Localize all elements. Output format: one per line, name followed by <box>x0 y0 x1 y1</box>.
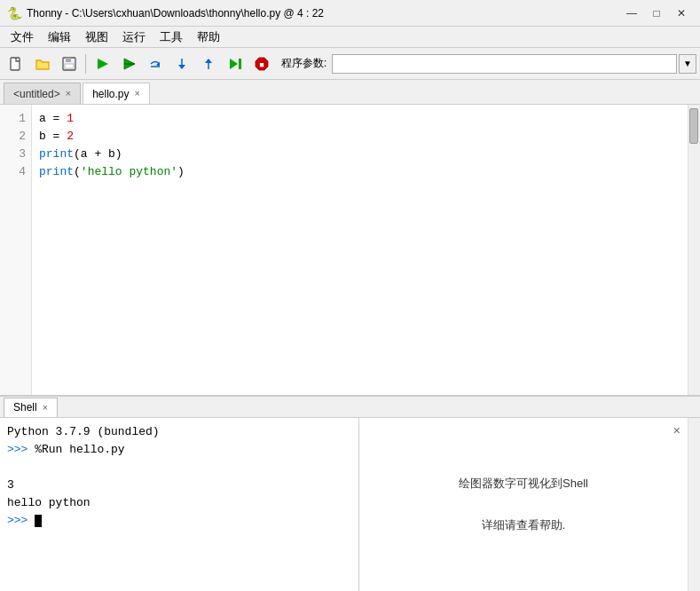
window-title: Thonny - C:\Users\cxhuan\Downloads\thonn… <box>27 7 620 20</box>
svg-marker-4 <box>98 59 108 69</box>
toolbar-separator-1 <box>85 54 86 74</box>
svg-text:■: ■ <box>259 60 263 69</box>
tab-hello-py-close[interactable]: × <box>135 89 140 98</box>
line-num-3: 3 <box>19 146 26 163</box>
tab-hello-py[interactable]: hello.py × <box>83 83 150 104</box>
run-button[interactable] <box>90 51 114 76</box>
shell-right-close[interactable]: × <box>673 423 680 437</box>
shell-line-3: 3 <box>7 477 351 494</box>
menu-tools[interactable]: 工具 <box>153 28 190 47</box>
line-numbers: 1 2 3 4 <box>0 105 32 395</box>
tab-shell[interactable]: Shell × <box>4 398 58 417</box>
scrollbar-thumb[interactable] <box>689 108 698 144</box>
line-num-4: 4 <box>19 163 26 181</box>
shell-content-area: Python 3.7.9 (bundled) >>> %Run hello.py… <box>0 418 700 591</box>
svg-rect-0 <box>11 58 20 70</box>
shell-line-info: Python 3.7.9 (bundled) <box>7 423 351 441</box>
title-bar: 🐍 Thonny - C:\Users\cxhuan\Downloads\tho… <box>0 0 700 27</box>
new-file-button[interactable] <box>4 51 28 76</box>
tab-hello-py-label: hello.py <box>92 88 129 100</box>
toolbar: ■ 程序参数: ▼ <box>0 48 700 80</box>
svg-rect-3 <box>65 64 74 68</box>
stop-button[interactable]: ■ <box>249 51 274 76</box>
shell-output[interactable]: Python 3.7.9 (bundled) >>> %Run hello.py… <box>0 418 359 591</box>
step-in-button[interactable] <box>169 51 194 76</box>
code-line-3: print(a + b) <box>39 146 680 163</box>
shell-area: Shell × Python 3.7.9 (bundled) >>> %Run … <box>0 396 700 591</box>
svg-rect-14 <box>239 59 241 69</box>
editor-scrollbar[interactable] <box>688 105 700 395</box>
svg-marker-12 <box>205 59 212 63</box>
shell-line-run: >>> %Run hello.py <box>7 441 351 459</box>
menu-help[interactable]: 帮助 <box>190 28 227 47</box>
code-content[interactable]: a = 1 b = 2 print(a + b) print('hello py… <box>32 105 688 395</box>
close-button[interactable]: ✕ <box>670 4 693 22</box>
menu-bar: 文件 编辑 视图 运行 工具 帮助 <box>0 27 700 48</box>
line-num-2: 2 <box>19 128 26 146</box>
step-out-button[interactable] <box>196 51 221 76</box>
line-num-1: 1 <box>19 110 26 128</box>
editor-tabs: <untitled> × hello.py × <box>0 80 700 105</box>
program-args-input[interactable] <box>332 54 677 74</box>
app-icon: 🐍 <box>7 6 21 20</box>
menu-view[interactable]: 视图 <box>78 28 115 47</box>
tab-untitled[interactable]: <untitled> × <box>4 83 81 104</box>
tab-untitled-close[interactable]: × <box>66 89 71 98</box>
svg-marker-10 <box>178 65 185 69</box>
svg-rect-2 <box>66 58 71 62</box>
save-file-button[interactable] <box>57 51 82 76</box>
maximize-button[interactable]: □ <box>645 4 668 22</box>
code-editor[interactable]: 1 2 3 4 a = 1 b = 2 print(a + b) print('… <box>0 105 700 395</box>
shell-plotter-panel: × 绘图器数字可视化到Shell 详细请查看帮助. <box>359 418 688 591</box>
shell-line-prompt[interactable]: >>> <box>7 512 351 530</box>
debug-button[interactable] <box>116 51 141 76</box>
args-dropdown-button[interactable]: ▼ <box>679 54 696 74</box>
shell-line-hello: hello python <box>7 494 351 512</box>
menu-file[interactable]: 文件 <box>4 28 41 47</box>
open-file-button[interactable] <box>30 51 55 76</box>
minimize-button[interactable]: — <box>620 4 643 22</box>
shell-tab-bar: Shell × <box>0 397 700 418</box>
shell-line-blank <box>7 459 351 477</box>
resume-button[interactable] <box>223 51 248 76</box>
svg-marker-13 <box>230 59 238 69</box>
program-args-label: 程序参数: <box>281 56 326 71</box>
shell-right-text1: 绘图器数字可视化到Shell 详细请查看帮助. <box>459 473 588 535</box>
code-line-4: print('hello python') <box>39 163 680 181</box>
shell-scrollbar[interactable] <box>688 418 700 591</box>
code-line-2: b = 2 <box>39 128 680 146</box>
shell-tab-label: Shell <box>13 401 37 414</box>
menu-run[interactable]: 运行 <box>115 28 153 47</box>
editor-area: <untitled> × hello.py × 1 2 3 4 a = 1 b … <box>0 80 700 396</box>
shell-tab-close[interactable]: × <box>43 403 48 413</box>
tab-untitled-label: <untitled> <box>13 88 60 100</box>
menu-edit[interactable]: 编辑 <box>41 28 78 47</box>
step-over-button[interactable] <box>143 51 168 76</box>
code-line-1: a = 1 <box>39 110 680 128</box>
window-controls: — □ ✕ <box>620 4 693 22</box>
